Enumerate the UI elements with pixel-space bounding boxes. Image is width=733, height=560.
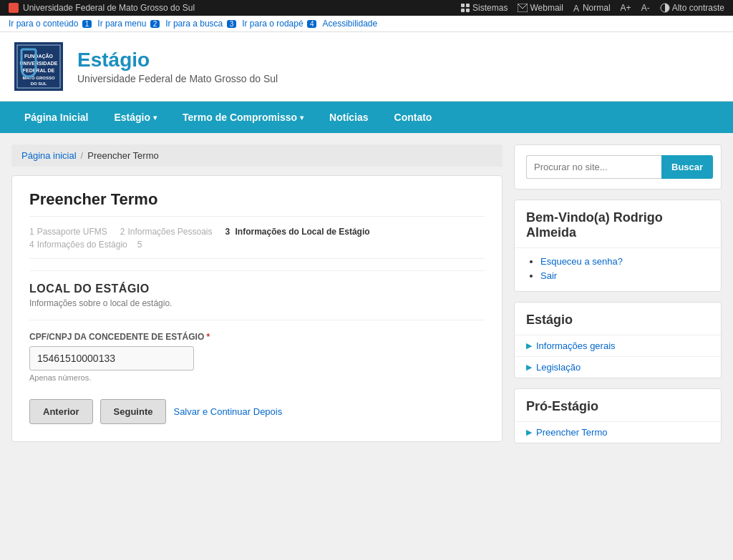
- breadcrumb-current: Preencher Termo: [87, 150, 158, 161]
- cpf-input[interactable]: [29, 346, 194, 370]
- search-button[interactable]: Buscar: [661, 155, 713, 179]
- form-title: Preencher Termo: [29, 190, 485, 217]
- nav-contato[interactable]: Contato: [382, 102, 445, 133]
- cpf-field-label: CPF/CNPJ DA CONCEDENTE DE ESTÁGIO *: [29, 332, 485, 342]
- breadcrumb-home[interactable]: Página inicial: [21, 150, 77, 161]
- welcome-links: Esqueceu a senha? Sair: [515, 248, 721, 291]
- form-button-row: Anterior Seguinte Salvar e Continuar Dep…: [29, 399, 485, 424]
- nav-noticias[interactable]: Notícias: [316, 102, 381, 133]
- anterior-button[interactable]: Anterior: [29, 399, 93, 424]
- main-content: Página inicial / Preencher Termo Preench…: [11, 144, 503, 453]
- salvar-continuar-link[interactable]: Salvar e Continuar Depois: [173, 406, 282, 417]
- welcome-widget: Bem-Vindo(a) Rodrigo Almeida Esqueceu a …: [514, 200, 722, 292]
- sidebar: Buscar Bem-Vindo(a) Rodrigo Almeida Esqu…: [514, 144, 722, 453]
- ufms-logo: FUNDAÇÃO UNIVERSIDADE FEDERAL DE MATO GR…: [14, 42, 63, 91]
- access-busca[interactable]: Ir para a busca 3: [165, 19, 236, 29]
- contrast-link[interactable]: Alto contraste: [660, 3, 724, 13]
- welcome-title: Bem-Vindo(a) Rodrigo Almeida: [515, 200, 721, 248]
- access-conteudo[interactable]: Ir para o conteúdo 1: [9, 19, 92, 29]
- webmail-link[interactable]: Webmail: [518, 3, 563, 13]
- svg-text:DO SUL: DO SUL: [31, 82, 47, 86]
- tri-icon-3: ▶: [526, 428, 532, 437]
- breadcrumb-sep: /: [81, 150, 84, 161]
- normal-link[interactable]: A Normal: [573, 3, 611, 13]
- step-2: 2Informações Pessoais: [120, 227, 215, 237]
- section-divider: [29, 270, 485, 271]
- step-3: 3 Informações do Local de Estágio: [225, 227, 372, 237]
- mail-icon: [518, 4, 528, 12]
- access-menu[interactable]: Ir para menu 2: [97, 19, 160, 29]
- access-rodape[interactable]: Ir para o rodapé 4: [242, 19, 316, 29]
- esqueceu-senha-link[interactable]: Esqueceu a senha?: [540, 256, 623, 267]
- svg-rect-1: [466, 4, 470, 7]
- contrast-icon: [660, 3, 670, 13]
- pro-estagio-widget: Pró-Estágio ▶ Preencher Termo: [514, 388, 722, 443]
- top-bar-left: Universidade Federal de Mato Grosso do S…: [9, 3, 195, 13]
- logo-box: FUNDAÇÃO UNIVERSIDADE FEDERAL DE MATO GR…: [14, 42, 63, 91]
- site-title: Estágio: [77, 49, 278, 72]
- search-widget-body: Buscar: [515, 145, 721, 189]
- site-title-area: Estágio Universidade Federal de Mato Gro…: [77, 49, 278, 84]
- preencher-termo-link[interactable]: ▶ Preencher Termo: [515, 422, 721, 443]
- sistemas-icon: [460, 3, 470, 13]
- form-steps: 1Passaporte UFMS 2Informações Pessoais 3…: [29, 227, 485, 259]
- section-divider-2: [29, 320, 485, 320]
- breadcrumb: Página inicial / Preencher Termo: [11, 144, 503, 167]
- required-marker: *: [207, 332, 210, 342]
- access-bar: Ir para o conteúdo 1 Ir para menu 2 Ir p…: [0, 16, 733, 32]
- nav-estagio[interactable]: Estágio ▾: [101, 102, 170, 133]
- estagio-widget-title: Estágio: [515, 303, 721, 335]
- top-bar-title: Universidade Federal de Mato Grosso do S…: [23, 3, 195, 13]
- section-title: LOCAL DO ESTÁGIO: [29, 283, 485, 295]
- font-icon: A: [573, 4, 581, 12]
- sair-link[interactable]: Sair: [540, 270, 557, 281]
- form-card: Preencher Termo 1Passaporte UFMS 2Inform…: [11, 175, 503, 442]
- top-bar-right: Sistemas Webmail A Normal A+ A- Alto con…: [460, 3, 724, 13]
- site-header: FUNDAÇÃO UNIVERSIDADE FEDERAL DE MATO GR…: [0, 32, 733, 102]
- seguinte-button[interactable]: Seguinte: [100, 399, 167, 424]
- svg-text:FEDERAL DE: FEDERAL DE: [23, 68, 55, 73]
- tri-icon-2: ▶: [526, 363, 532, 372]
- page-body: Página inicial / Preencher Termo Preench…: [0, 133, 733, 465]
- svg-text:UNIVERSIDADE: UNIVERSIDADE: [20, 61, 58, 66]
- sistemas-link[interactable]: Sistemas: [460, 3, 508, 13]
- nav-estagio-chevron: ▾: [153, 114, 157, 122]
- main-nav: Página Inicial Estágio ▾ Termo de Compro…: [0, 102, 733, 133]
- svg-text:A: A: [573, 4, 579, 12]
- svg-rect-2: [461, 9, 465, 12]
- tri-icon-1: ▶: [526, 341, 532, 350]
- svg-rect-0: [461, 4, 465, 7]
- top-bar: Universidade Federal de Mato Grosso do S…: [0, 0, 733, 16]
- search-input[interactable]: [526, 155, 661, 179]
- pro-estagio-title: Pró-Estágio: [515, 389, 721, 422]
- search-widget: Buscar: [514, 144, 722, 190]
- step-4: 4Informações do Estágio 5: [29, 240, 145, 250]
- nav-termo-compromisso[interactable]: Termo de Compromisso ▾: [170, 102, 316, 133]
- access-acessibilidade[interactable]: Acessibilidade: [322, 19, 377, 29]
- search-row: Buscar: [526, 155, 709, 179]
- step-1: 1Passaporte UFMS: [29, 227, 110, 237]
- nav-termo-chevron: ▾: [300, 114, 304, 122]
- section-desc: Informações sobre o local de estágio.: [29, 298, 485, 308]
- site-subtitle: Universidade Federal de Mato Grosso do S…: [77, 73, 278, 84]
- cpf-field-hint: Apenas números.: [29, 373, 485, 382]
- informacoes-gerais-link[interactable]: ▶ Informações gerais: [515, 335, 721, 357]
- estagio-widget: Estágio ▶ Informações gerais ▶ Legislaçã…: [514, 302, 722, 378]
- site-favicon: [9, 3, 19, 13]
- font-decrease-link[interactable]: A-: [641, 3, 650, 13]
- nav-pagina-inicial[interactable]: Página Inicial: [11, 102, 101, 133]
- svg-text:FUNDAÇÃO: FUNDAÇÃO: [24, 53, 54, 59]
- legislacao-link[interactable]: ▶ Legislação: [515, 357, 721, 378]
- font-increase-link[interactable]: A+: [621, 3, 631, 13]
- svg-rect-3: [466, 9, 470, 12]
